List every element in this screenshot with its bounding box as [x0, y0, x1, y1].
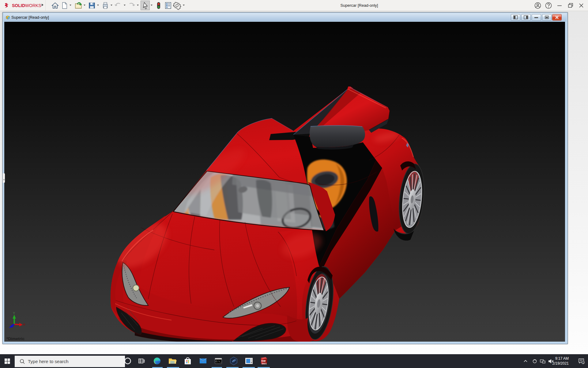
svg-text:1: 1 [582, 362, 584, 364]
svg-text:Y: Y [13, 311, 15, 315]
svg-text:2021: 2021 [262, 362, 267, 365]
svg-text:C:\_: C:\_ [216, 360, 221, 363]
